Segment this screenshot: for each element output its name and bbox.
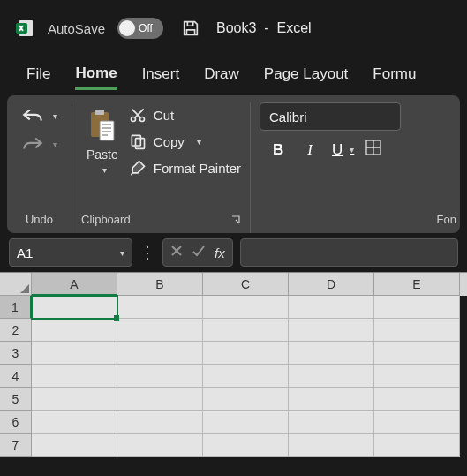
undo-group-label: Undo — [16, 209, 63, 230]
cell[interactable] — [32, 319, 117, 342]
cell[interactable] — [374, 434, 460, 457]
cell[interactable] — [374, 365, 460, 388]
tab-home[interactable]: Home — [75, 59, 117, 90]
cell[interactable] — [289, 296, 374, 319]
italic-button[interactable]: I — [300, 141, 320, 159]
formula-input[interactable] — [240, 238, 458, 267]
cell[interactable] — [117, 342, 203, 365]
row-header[interactable]: 1 — [0, 296, 32, 319]
format-painter-button[interactable]: Format Painter — [129, 159, 241, 177]
scissors-icon — [129, 106, 147, 124]
cell[interactable] — [32, 388, 117, 411]
cell[interactable] — [289, 388, 374, 411]
cell[interactable] — [117, 296, 203, 319]
column-header[interactable]: E — [374, 273, 460, 296]
border-button[interactable] — [364, 140, 383, 160]
document-title: Book3 - Excel — [216, 20, 312, 36]
underline-button[interactable]: U▾ — [332, 141, 351, 159]
cancel-formula-button[interactable] — [170, 245, 183, 261]
clipboard-group: Paste ▾ Cut Copy ▾ Format Painter — [72, 102, 251, 233]
autosave-label: AutoSave — [48, 21, 105, 36]
row-header[interactable]: 3 — [0, 342, 32, 365]
chevron-down-icon: ▾ — [53, 111, 57, 121]
row-header[interactable]: 5 — [0, 388, 32, 411]
row-header[interactable]: 2 — [0, 319, 32, 342]
cell[interactable] — [203, 365, 289, 388]
copy-icon — [129, 132, 147, 150]
tab-page-layout[interactable]: Page Layout — [264, 60, 348, 88]
tab-file[interactable]: File — [26, 60, 50, 88]
cell[interactable] — [374, 296, 460, 319]
cell[interactable] — [374, 388, 460, 411]
cell[interactable] — [374, 342, 460, 365]
cell[interactable] — [289, 319, 374, 342]
paste-label: Paste — [87, 147, 118, 162]
cell[interactable] — [203, 342, 289, 365]
chevron-down-icon: ▾ — [102, 165, 107, 175]
column-header[interactable]: A — [32, 273, 117, 296]
column-header[interactable]: B — [117, 273, 203, 296]
cell[interactable] — [289, 365, 374, 388]
cell[interactable] — [117, 388, 203, 411]
dialog-launcher-icon[interactable] — [230, 215, 241, 225]
row-header[interactable]: 4 — [0, 365, 32, 388]
paintbrush-icon — [129, 159, 147, 177]
title-bar: AutoSave Off Book3 - Excel — [0, 0, 467, 57]
spreadsheet-grid: A B C D E 1 2 3 4 5 6 7 — [0, 272, 467, 457]
bold-button[interactable]: B — [268, 141, 288, 159]
cell[interactable] — [203, 296, 289, 319]
cell[interactable] — [32, 342, 117, 365]
column-header[interactable]: D — [289, 273, 374, 296]
chevron-down-icon: ▾ — [197, 137, 201, 147]
formula-bar-row: A1 ▾ ⋮ fx — [0, 233, 467, 272]
toggle-state: Off — [139, 22, 153, 34]
toggle-knob-icon — [119, 20, 135, 36]
tab-formulas[interactable]: Formu — [373, 60, 416, 88]
tab-insert[interactable]: Insert — [142, 60, 180, 88]
tab-draw[interactable]: Draw — [204, 60, 239, 88]
ribbon: ▾ ▾ Undo Paste ▾ Cut — [7, 95, 460, 233]
cut-button[interactable]: Cut — [129, 106, 241, 124]
row-header[interactable]: 7 — [0, 434, 32, 457]
font-name-select[interactable]: Calibri — [260, 102, 401, 131]
autosave-toggle[interactable]: Off — [117, 18, 163, 39]
cell[interactable] — [203, 388, 289, 411]
cell[interactable] — [32, 296, 117, 319]
cell[interactable] — [203, 434, 289, 457]
select-all-corner[interactable] — [0, 273, 32, 296]
row-header[interactable]: 6 — [0, 411, 32, 434]
cell[interactable] — [117, 319, 203, 342]
chevron-down-icon: ▾ — [120, 248, 124, 258]
undo-group: ▾ ▾ Undo — [7, 102, 72, 233]
cell[interactable] — [289, 411, 374, 434]
cell[interactable] — [289, 342, 374, 365]
cell[interactable] — [203, 411, 289, 434]
save-button[interactable] — [181, 19, 200, 38]
name-box[interactable]: A1 ▾ — [9, 238, 132, 267]
insert-function-button[interactable]: fx — [215, 246, 225, 261]
svg-rect-3 — [95, 110, 104, 115]
undo-button[interactable]: ▾ — [21, 106, 57, 125]
formula-buttons: fx — [162, 238, 233, 267]
cell[interactable] — [374, 319, 460, 342]
cell[interactable] — [32, 411, 117, 434]
chevron-down-icon: ▾ — [53, 140, 57, 149]
font-group-label: Fon — [260, 209, 456, 230]
cell[interactable] — [32, 365, 117, 388]
enter-formula-button[interactable] — [192, 245, 206, 261]
ribbon-tabs: File Home Insert Draw Page Layout Formu — [0, 57, 467, 92]
cell[interactable] — [203, 319, 289, 342]
paste-button[interactable]: Paste ▾ — [81, 102, 124, 180]
cell[interactable] — [289, 434, 374, 457]
cell[interactable] — [117, 434, 203, 457]
cell[interactable] — [374, 411, 460, 434]
column-headers: A B C D E — [0, 273, 467, 296]
font-group: Calibri B I U▾ Fon — [251, 102, 460, 233]
cell[interactable] — [32, 434, 117, 457]
column-header[interactable]: C — [203, 273, 289, 296]
more-options-icon[interactable]: ⋮ — [139, 243, 155, 262]
redo-button[interactable]: ▾ — [21, 134, 57, 154]
cell[interactable] — [117, 411, 203, 434]
cell[interactable] — [117, 365, 203, 388]
copy-button[interactable]: Copy ▾ — [129, 132, 241, 150]
